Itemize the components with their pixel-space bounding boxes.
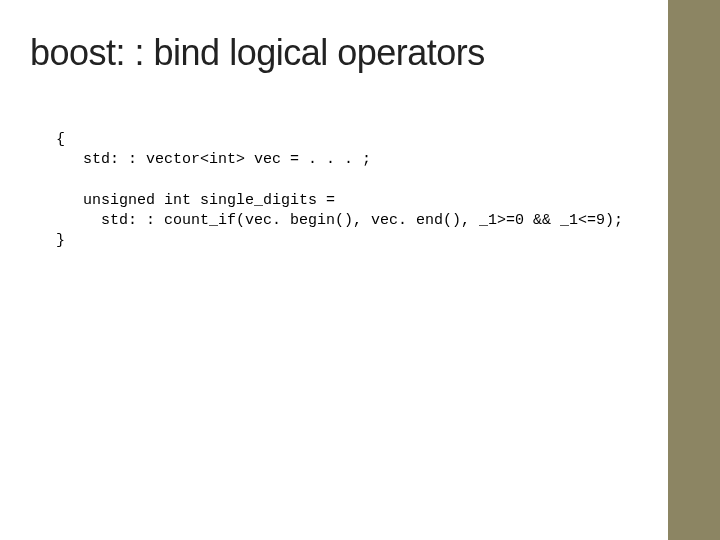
code-block: { std: : vector<int> vec = . . . ; unsig… xyxy=(30,130,600,252)
slide-title: boost: : bind logical operators xyxy=(30,32,600,74)
sidebar-accent xyxy=(668,0,720,540)
slide-content: boost: : bind logical operators { std: :… xyxy=(0,0,660,252)
